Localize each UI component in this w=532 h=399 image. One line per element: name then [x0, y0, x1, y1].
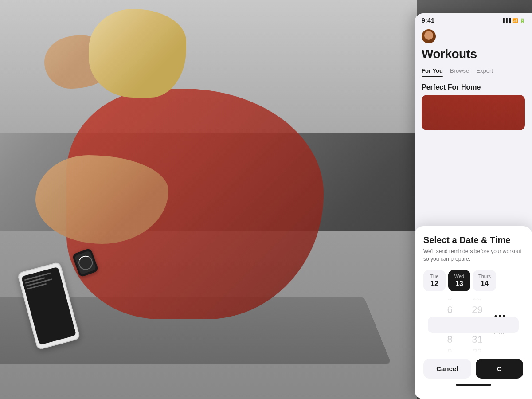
date-pill-thu[interactable]: Thurs 14 [473, 270, 496, 291]
hour-9: 9 [447, 347, 452, 352]
section-title: Perfect For Home [415, 77, 532, 95]
modal-buttons: Cancel C [423, 359, 523, 379]
modal-title: Select a Date & Time [423, 235, 523, 245]
avatar-row[interactable] [415, 26, 532, 45]
status-time: 9:41 [422, 17, 434, 24]
date-pill-tue[interactable]: Tue 12 [423, 270, 446, 291]
date-pill-wed[interactable]: Wed 13 [448, 270, 470, 291]
workout-card-preview[interactable] [422, 95, 525, 130]
selection-indicator [428, 317, 519, 333]
min-29: 29 [472, 303, 482, 317]
status-icons: ▐▐▐ 📶 🔋 [501, 18, 525, 23]
min-32: 32 [473, 347, 481, 352]
phone-ui-panel: 9:41 ▐▐▐ 📶 🔋 Workouts For You Browse Exp… [415, 13, 532, 399]
min-31: 31 [472, 333, 482, 347]
tab-browse[interactable]: Browse [450, 65, 469, 77]
home-indicator [456, 384, 491, 386]
status-bar: 9:41 ▐▐▐ 📶 🔋 [415, 13, 532, 26]
person-head [89, 9, 186, 98]
date-day-wed: Wed [454, 274, 464, 279]
datetime-modal: Select a Date & Time We'll send reminder… [415, 226, 532, 399]
tab-for-you[interactable]: For You [422, 65, 443, 77]
date-num-tue: 12 [430, 280, 438, 288]
tab-bar: For You Browse Expert [415, 65, 532, 77]
date-selector: Tue 12 Wed 13 Thurs 14 [423, 270, 523, 291]
cancel-button[interactable]: Cancel [423, 359, 471, 379]
date-day-tue: Tue [430, 274, 439, 279]
avatar[interactable] [422, 29, 436, 43]
page-title: Workouts [415, 45, 532, 65]
signal-icon: ▐▐▐ [501, 18, 511, 23]
min-28: 28 [473, 298, 481, 303]
hour-6: 6 [447, 303, 452, 317]
time-picker[interactable]: 5 6 7 8 9 28 29 30 31 32 AM PM [423, 298, 523, 352]
tab-expert[interactable]: Expert [476, 65, 493, 77]
hour-5: 5 [447, 298, 452, 303]
modal-subtitle: We'll send reminders before your workout… [423, 248, 523, 263]
confirm-button[interactable]: C [476, 359, 524, 379]
date-num-thu: 14 [481, 280, 489, 288]
battery-icon: 🔋 [520, 18, 525, 23]
wifi-icon: 📶 [512, 18, 518, 23]
date-num-wed: 13 [455, 280, 463, 288]
hour-8: 8 [447, 333, 452, 347]
date-day-thu: Thurs [478, 274, 491, 279]
